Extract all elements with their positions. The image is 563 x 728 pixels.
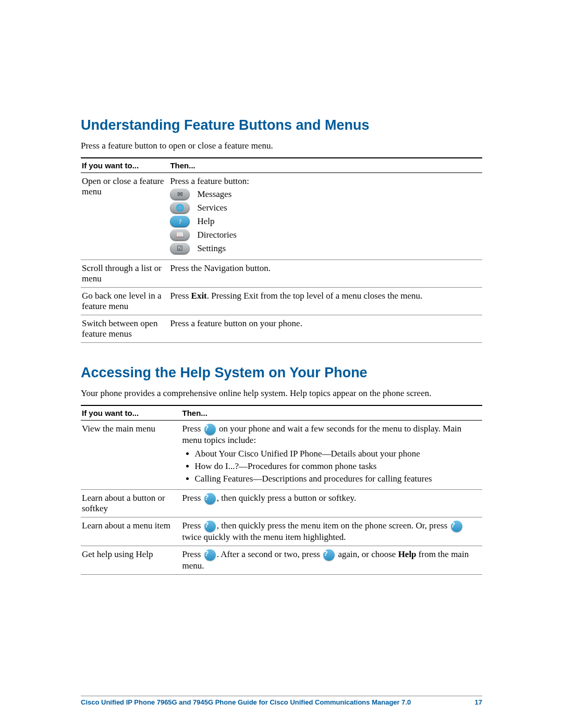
help-bold: Help xyxy=(398,549,417,559)
help-round-icon: ? xyxy=(204,549,216,561)
then-cell: Press a feature button on your phone. xyxy=(169,315,482,343)
table-row: Open or close a feature menu Press a fea… xyxy=(81,173,482,260)
then-lead: Press a feature button: xyxy=(170,176,479,187)
table-row: View the main menu Press ? on your phone… xyxy=(81,421,482,490)
page-number: 17 xyxy=(475,698,482,706)
feature-buttons-table: If you want to... Then... Open or close … xyxy=(81,157,482,343)
help-topics-list: About Your Cisco Unified IP Phone—Detail… xyxy=(195,449,480,484)
col2-header: Then... xyxy=(169,158,482,173)
section1-heading: Understanding Feature Buttons and Menus xyxy=(81,117,482,133)
help-round-icon: ? xyxy=(204,493,216,504)
help-round-icon: ? xyxy=(451,521,462,532)
section2-heading: Accessing the Help System on Your Phone xyxy=(81,365,482,381)
then-post: on your phone and wait a few seconds for… xyxy=(182,424,462,445)
then-post: twice quickly with the menu item highlig… xyxy=(182,532,346,542)
want-cell: Switch between open feature menus xyxy=(81,315,169,343)
help-round-icon: ? xyxy=(204,521,216,532)
then-pre: Press xyxy=(182,424,203,434)
then-pre: Press xyxy=(182,521,203,530)
then-cell: Press Exit. Pressing Exit from the top l… xyxy=(169,288,482,315)
help-round-icon: ? xyxy=(204,424,216,435)
then-cell: Press ?, then quickly press a button or … xyxy=(181,490,483,517)
help-label: Help xyxy=(197,216,214,227)
settings-icon: ☑ xyxy=(170,243,190,254)
table-row: Learn about a menu item Press ?, then qu… xyxy=(81,517,482,546)
then-cell: Press ?, then quickly press the menu ite… xyxy=(181,517,483,546)
then-cell: Press ? on your phone and wait a few sec… xyxy=(181,421,483,490)
then-mid: . After a second or two, press xyxy=(217,549,323,559)
messages-label: Messages xyxy=(197,189,231,200)
then-cell: Press ?. After a second or two, press ? … xyxy=(181,546,483,575)
document-page: Understanding Feature Buttons and Menus … xyxy=(0,0,563,728)
list-item: Calling Features—Descriptions and proced… xyxy=(195,474,480,484)
table-row: Switch between open feature menus Press … xyxy=(81,315,482,343)
then-post1: again, or choose xyxy=(336,549,398,559)
table-row: Get help using Help Press ?. After a sec… xyxy=(81,546,482,575)
then-cell: Press a feature button: ✉ Messages 🌐 Ser… xyxy=(169,173,482,260)
section1-intro: Press a feature button to open or close … xyxy=(81,141,482,151)
list-item: How do I...?—Procedures for common phone… xyxy=(195,461,480,472)
help-icon: ? xyxy=(170,216,190,227)
table-row: Learn about a button or softkey Press ?,… xyxy=(81,490,482,517)
directories-label: Directories xyxy=(197,230,237,240)
settings-label: Settings xyxy=(197,243,226,254)
section2-intro: Your phone provides a comprehensive onli… xyxy=(81,388,482,399)
then-post: . Pressing Exit from the top level of a … xyxy=(207,291,423,301)
then-pre: Press xyxy=(170,291,191,301)
then-pre: Press xyxy=(182,493,203,503)
table-row: Scroll through a list or menu Press the … xyxy=(81,260,482,288)
want-cell: Scroll through a list or menu xyxy=(81,260,169,288)
want-cell: Go back one level in a feature menu xyxy=(81,288,169,315)
want-cell: Open or close a feature menu xyxy=(81,173,169,260)
then-pre: Press xyxy=(182,549,203,559)
then-cell: Press the Navigation button. xyxy=(169,260,482,288)
want-cell: Learn about a menu item xyxy=(81,517,181,546)
then-post: , then quickly press a button or softkey… xyxy=(217,493,357,503)
then-mid: , then quickly press the menu item on th… xyxy=(217,521,450,530)
table-row: Go back one level in a feature menu Pres… xyxy=(81,288,482,315)
col2-header: Then... xyxy=(181,405,483,421)
col1-header: If you want to... xyxy=(81,158,169,173)
footer-title: Cisco Unified IP Phone 7965G and 7945G P… xyxy=(81,698,411,706)
page-footer: Cisco Unified IP Phone 7965G and 7945G P… xyxy=(81,696,482,706)
exit-bold: Exit xyxy=(191,291,207,301)
want-cell: View the main menu xyxy=(81,421,181,490)
directories-icon: 📖 xyxy=(170,229,190,241)
help-system-table: If you want to... Then... View the main … xyxy=(81,405,482,575)
help-round-icon: ? xyxy=(323,549,335,561)
want-cell: Learn about a button or softkey xyxy=(81,490,181,517)
messages-icon: ✉ xyxy=(170,189,190,200)
col1-header: If you want to... xyxy=(81,405,181,421)
want-cell: Get help using Help xyxy=(81,546,181,575)
services-icon: 🌐 xyxy=(170,202,190,214)
services-label: Services xyxy=(197,203,227,213)
list-item: About Your Cisco Unified IP Phone—Detail… xyxy=(195,449,480,459)
